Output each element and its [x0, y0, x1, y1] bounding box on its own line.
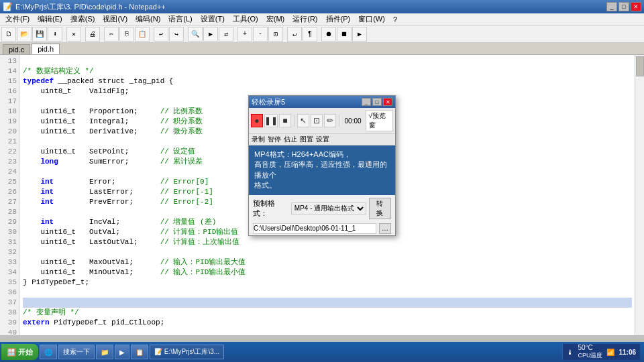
close-tab-button[interactable]: ✕: [66, 27, 81, 42]
code-line-13: [23, 56, 632, 66]
vertical-scrollbar[interactable]: [635, 55, 644, 335]
toolbar: 🗋 📂 💾 ⬇ ✕ 🖨 ✂ ⎘ 📋 ↩ ↪ 🔍 ▶ ⇄ + - ⊡ ↵ ¶ ⏺ …: [0, 25, 644, 43]
code-line-39: extern PidTypeDef_t pid_CtlLoop;: [23, 318, 632, 328]
tab-smart-stop[interactable]: 智停: [268, 135, 281, 144]
zoom-reset-button[interactable]: ⊡: [268, 27, 283, 42]
macro-play-button[interactable]: ▶: [352, 27, 367, 42]
find-button[interactable]: 🔍: [188, 27, 203, 42]
window-title: E:\MyPrjs\工库\3. PID\code\pid.h - Notepad…: [15, 2, 166, 12]
maximize-button[interactable]: □: [619, 2, 629, 11]
taskbar-explorer[interactable]: 📁: [96, 345, 113, 359]
menu-view[interactable]: 视图(V): [99, 13, 131, 25]
code-line-35: } PidTypeDef_t;: [23, 278, 632, 288]
format-select[interactable]: MP4 - 通用输出格式: [291, 202, 366, 215]
modal-title: 轻松录屏5: [252, 97, 285, 107]
open-button[interactable]: 📂: [17, 27, 32, 42]
tab-pid-h[interactable]: pid.h: [32, 44, 60, 54]
tab-image-settings[interactable]: 图置: [300, 135, 313, 144]
code-line-33: uint16_t MaxOutVal; // 输入：PID输出最大值: [23, 257, 632, 267]
show-all-button[interactable]: ¶: [303, 27, 317, 42]
code-line-31: uint16_t LastOutVal; // 计算值：上次输出值: [23, 237, 632, 247]
clock-label: 11:06: [619, 349, 636, 356]
taskbar-media[interactable]: ▶: [115, 345, 129, 359]
menu-encoding[interactable]: 编码(N): [131, 13, 164, 25]
menu-run[interactable]: 运行(R): [288, 13, 321, 25]
copy-button[interactable]: ⎘: [119, 27, 134, 42]
taskbar-notepad-window[interactable]: 📝 E:\MyPrjs\工库\3...: [150, 345, 224, 359]
system-tray: 🌡 50°CCPU温度 📶 11:06: [562, 344, 640, 360]
tab-pid-c[interactable]: pid.c: [3, 44, 30, 54]
menu-edit[interactable]: 编辑(E): [34, 13, 66, 25]
title-bar: 📝 E:\MyPrjs\工库\3. PID\code\pid.h - Notep…: [0, 0, 644, 13]
modal-minimize-button[interactable]: _: [362, 98, 371, 106]
zoom-in-button[interactable]: +: [237, 27, 252, 42]
tray-network-icon: 📶: [606, 349, 614, 356]
convert-button[interactable]: 转换: [369, 198, 391, 219]
menu-search[interactable]: 搜索(S): [66, 13, 99, 25]
pause-button[interactable]: ❚❚: [264, 114, 278, 127]
menu-window[interactable]: 窗口(W): [354, 13, 389, 25]
replace-button[interactable]: ⇄: [219, 27, 233, 42]
menu-tools[interactable]: 工具(O): [229, 13, 262, 25]
tab-settings[interactable]: 设置: [316, 135, 329, 144]
format-info: MP4格式：H264+AAC编码，高音质，压缩率高，适应性强，最通用的播放个格式…: [249, 145, 395, 195]
format-info-text: MP4格式：H264+AAC编码，高音质，压缩率高，适应性强，最通用的播放个格式…: [254, 149, 390, 191]
taskbar-icon-ie[interactable]: 🌐: [40, 345, 57, 359]
modal-title-bar: 轻松录屏5 _ □ ✕: [249, 96, 395, 108]
browse-button[interactable]: …: [379, 223, 391, 234]
start-button[interactable]: 🪟 开始: [1, 344, 38, 360]
start-icon: 🪟: [7, 348, 16, 357]
annotate-button[interactable]: ✏: [324, 114, 336, 127]
menu-settings[interactable]: 设置(T): [197, 13, 229, 25]
menu-help[interactable]: ?: [389, 15, 401, 24]
path-row: …: [249, 222, 395, 235]
save-all-button[interactable]: ⬇: [48, 27, 62, 42]
taskbar: 🪟 开始 🌐 搜索一下 📁 ▶ 📋 📝 E:\MyPrjs\工库\3... 🌡 …: [0, 342, 644, 362]
minimize-button[interactable]: _: [606, 2, 617, 11]
line-numbers: 13 14 15 16 17 18 19 20 21 22 23 24 25 2…: [0, 55, 20, 335]
print-button[interactable]: 🖨: [85, 27, 100, 42]
code-line-15: typedef __packed struct _tag_pid {: [23, 76, 632, 86]
menu-bar: 文件(F) 编辑(E) 搜索(S) 视图(V) 编码(N) 语言(L) 设置(T…: [0, 13, 644, 25]
tray-cpu-icon: 🌡: [567, 349, 574, 356]
app-icon: 📝: [3, 2, 13, 11]
modal-maximize-button[interactable]: □: [372, 98, 382, 106]
code-line-40: [23, 328, 632, 335]
find-next-button[interactable]: ▶: [203, 27, 218, 42]
screen-recorder-modal: 轻松录屏5 _ □ ✕ ● ❚❚ ■ ↖ ⊡ ✏: [248, 95, 396, 236]
modal-toolbar: ● ❚❚ ■ ↖ ⊡ ✏ 00:00 √预览窗: [249, 108, 395, 134]
undo-button[interactable]: ↩: [154, 27, 168, 42]
main-window: 📝 E:\MyPrjs\工库\3. PID\code\pid.h - Notep…: [0, 0, 644, 362]
zoom-out-button[interactable]: -: [253, 27, 268, 42]
word-wrap-button[interactable]: ↵: [287, 27, 302, 42]
menu-plugins[interactable]: 插件(P): [322, 13, 355, 25]
cut-button[interactable]: ✂: [104, 27, 119, 42]
menu-file[interactable]: 文件(F): [1, 13, 34, 25]
output-path-input[interactable]: [253, 223, 376, 234]
taskbar-extra[interactable]: 📋: [131, 345, 148, 359]
tab-record[interactable]: 录制: [252, 135, 265, 144]
menu-macro[interactable]: 宏(M): [262, 13, 289, 25]
code-line-34: uint16_t MinOutVal; // 输入：PID输出最小值: [23, 267, 632, 278]
format-row: 预制格式： MP4 - 通用输出格式 转换: [249, 195, 395, 222]
save-button[interactable]: 💾: [32, 27, 47, 42]
redo-button[interactable]: ↪: [169, 27, 184, 42]
macro-stop-button[interactable]: ⏹: [337, 27, 352, 42]
code-line-32: [23, 247, 632, 257]
modal-close-button[interactable]: ✕: [383, 98, 392, 106]
stop-button[interactable]: ■: [279, 114, 291, 127]
taskbar-search-button[interactable]: 搜索一下: [58, 345, 95, 359]
region-button[interactable]: ⊡: [311, 114, 323, 127]
paste-button[interactable]: 📋: [135, 27, 150, 42]
preview-window-button[interactable]: √预览窗: [366, 110, 393, 131]
tab-bar: pid.c pid.h: [0, 43, 644, 55]
new-button[interactable]: 🗋: [1, 27, 16, 42]
cursor-button[interactable]: ↖: [297, 114, 309, 127]
macro-record-button[interactable]: ⏺: [321, 27, 336, 42]
code-line-38: /* 变量声明 */: [23, 308, 632, 318]
menu-language[interactable]: 语言(L): [164, 13, 196, 25]
record-button[interactable]: ●: [251, 114, 263, 127]
tab-estimate-stop[interactable]: 估止: [284, 135, 297, 144]
close-button[interactable]: ✕: [631, 2, 641, 11]
code-line-36: [23, 288, 632, 298]
